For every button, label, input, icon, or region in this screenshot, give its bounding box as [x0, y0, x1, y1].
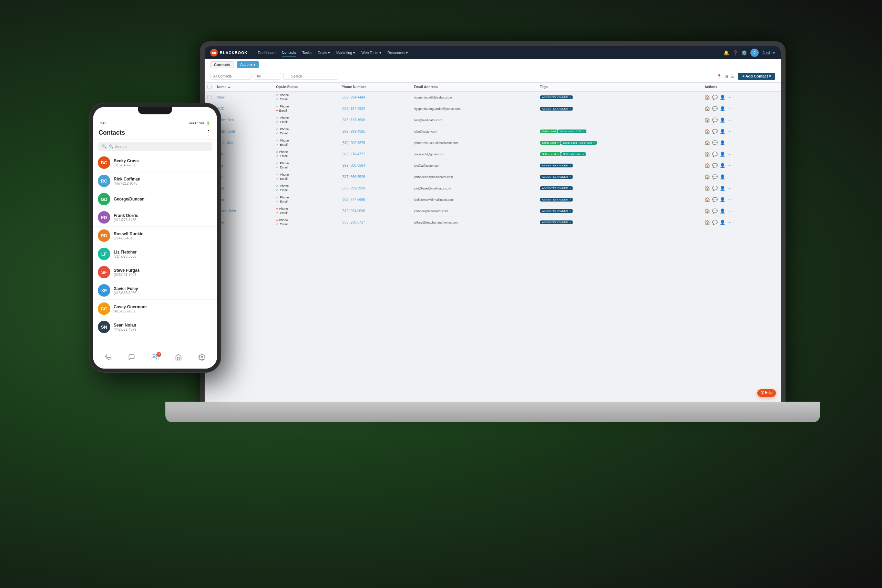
- table-row: View ✓Phone✓Email (808) 777-6666 joeflef…: [205, 194, 781, 205]
- home-icon[interactable]: 🏠: [705, 174, 710, 180]
- contact-item[interactable]: RD Russell Dunkin (714)66-4613: [93, 226, 217, 245]
- map-pin-icon[interactable]: 📍: [716, 74, 723, 80]
- chat-icon[interactable]: 💬: [712, 117, 718, 123]
- chat-icon[interactable]: 💬: [712, 152, 718, 157]
- header-email[interactable]: Email Address: [411, 82, 537, 91]
- user-avatar[interactable]: J: [750, 49, 759, 57]
- more-options-icon[interactable]: ⋮: [206, 129, 212, 136]
- phone-screen: 9:41 ●●●●○ WiFi 🔋 Contacts ⋮ 🔍 🔍 Search …: [93, 107, 217, 369]
- home-icon[interactable]: 🏠: [705, 152, 710, 157]
- contact-item[interactable]: SN Sean Nolan (442)572-4079: [93, 318, 217, 336]
- gear-icon[interactable]: ⚙️: [741, 50, 747, 56]
- more-icon[interactable]: ⋯: [727, 95, 732, 100]
- chat-icon[interactable]: 💬: [712, 186, 718, 191]
- home-icon[interactable]: 🏠: [705, 208, 710, 214]
- bell-icon[interactable]: 🔔: [723, 50, 729, 56]
- settings-tab[interactable]: [198, 354, 206, 361]
- chat-icon[interactable]: 💬: [712, 95, 718, 100]
- contact-item[interactable]: BC Becky Cross (916)643-2656: [93, 154, 217, 172]
- person-icon[interactable]: 👤: [720, 174, 725, 180]
- contact-view-link[interactable]: View: [217, 95, 225, 99]
- person-icon[interactable]: 👤: [720, 106, 725, 111]
- header-name[interactable]: Name ▲: [214, 82, 273, 91]
- home-tab[interactable]: [175, 354, 182, 361]
- phone-tab[interactable]: [105, 354, 112, 361]
- person-icon[interactable]: 👤: [720, 95, 725, 100]
- more-icon[interactable]: ⋯: [727, 129, 732, 134]
- person-icon[interactable]: 👤: [720, 140, 725, 146]
- add-contact-button[interactable]: + Add Contact ▾: [738, 73, 775, 80]
- actions-button[interactable]: Actions ▾: [237, 62, 259, 68]
- person-icon[interactable]: 👤: [720, 163, 725, 168]
- more-icon[interactable]: ⋯: [727, 220, 732, 225]
- list-view-icon[interactable]: ☰: [730, 74, 735, 80]
- chat-icon[interactable]: 💬: [712, 140, 718, 146]
- more-icon[interactable]: ⋯: [727, 106, 732, 111]
- more-icon[interactable]: ⋯: [727, 186, 732, 191]
- nav-resources[interactable]: Resources ▾: [388, 49, 408, 57]
- more-icon[interactable]: ⋯: [727, 140, 732, 146]
- home-icon[interactable]: 🏠: [705, 197, 710, 202]
- table-row: Erik ●Phone✓Email (382) 270-4777 oliver.…: [205, 148, 781, 160]
- header-optin[interactable]: Opt-In Status: [273, 82, 339, 91]
- filter-select[interactable]: [210, 73, 252, 80]
- home-icon[interactable]: 🏠: [705, 95, 710, 100]
- chat-icon[interactable]: 💬: [712, 106, 718, 111]
- chat-icon[interactable]: 💬: [712, 220, 718, 225]
- header-tags[interactable]: Tags: [537, 82, 688, 91]
- more-icon[interactable]: ⋯: [727, 117, 732, 123]
- nav-contacts[interactable]: Contacts: [282, 49, 296, 57]
- nav-deals[interactable]: Deals ▾: [318, 49, 330, 57]
- contact-item[interactable]: CG Casey Guermont (416)653-1066: [93, 300, 217, 318]
- help-button[interactable]: ⓘ Help: [757, 389, 776, 397]
- contacts-tab[interactable]: Contacts: [210, 62, 234, 68]
- person-icon[interactable]: 👤: [720, 129, 725, 134]
- more-icon[interactable]: ⋯: [727, 163, 732, 168]
- header-phone[interactable]: Phone Number: [339, 82, 411, 91]
- contacts-tab-mobile[interactable]: 21: [152, 353, 159, 361]
- more-icon[interactable]: ⋯: [727, 152, 732, 157]
- table-row: Hoe ✓Phone✓Email (877) 666-5528 jmfhaden…: [205, 171, 781, 183]
- grid-view-icon[interactable]: ⊞: [724, 74, 729, 80]
- contact-item[interactable]: FD Frank Dorris (412)773-1468: [93, 208, 217, 226]
- more-icon[interactable]: ⋯: [727, 174, 732, 180]
- person-icon[interactable]: 👤: [720, 208, 725, 214]
- user-menu-icon[interactable]: Josh ▾: [762, 50, 775, 56]
- chat-tab[interactable]: [128, 354, 135, 361]
- more-icon[interactable]: ⋯: [727, 208, 732, 214]
- nav-webtools[interactable]: Web Tools ▾: [362, 49, 381, 57]
- home-icon[interactable]: 🏠: [705, 163, 710, 168]
- person-icon[interactable]: 👤: [720, 197, 725, 202]
- nav-tasks[interactable]: Tasks: [302, 49, 312, 57]
- nav-dashboard[interactable]: Dashboard: [258, 49, 276, 57]
- phone-search[interactable]: 🔍 🔍 Search: [98, 142, 212, 151]
- contact-item[interactable]: LF Liz Fletcher (714)878-5566: [93, 245, 217, 263]
- chat-icon[interactable]: 💬: [712, 163, 718, 168]
- nav-marketing[interactable]: Marketing ▾: [336, 49, 355, 57]
- person-icon[interactable]: 👤: [720, 186, 725, 191]
- header-checkbox[interactable]: [205, 82, 214, 91]
- contact-item[interactable]: SF Steve Furgas (626)421-7004: [93, 263, 217, 281]
- chat-icon[interactable]: 💬: [712, 208, 718, 214]
- person-icon[interactable]: 👤: [720, 220, 725, 225]
- contact-item[interactable]: RC Rick Coffman (467)-212-9648: [93, 172, 217, 190]
- contact-item[interactable]: GD George/Duncan: [93, 190, 217, 208]
- home-icon[interactable]: 🏠: [705, 117, 710, 123]
- chat-icon[interactable]: 💬: [712, 197, 718, 202]
- search-input[interactable]: [283, 73, 338, 80]
- question-icon[interactable]: ❓: [732, 50, 738, 56]
- person-icon[interactable]: 👤: [720, 152, 725, 157]
- home-icon[interactable]: 🏠: [705, 140, 710, 146]
- home-icon[interactable]: 🏠: [705, 186, 710, 191]
- chat-icon[interactable]: 💬: [712, 174, 718, 180]
- home-icon[interactable]: 🏠: [705, 129, 710, 134]
- home-icon[interactable]: 🏠: [705, 106, 710, 111]
- filter-select-2[interactable]: [254, 73, 281, 80]
- chat-icon[interactable]: 💬: [712, 129, 718, 134]
- contact-sub: (416)653-1066: [114, 309, 212, 313]
- person-icon[interactable]: 👤: [720, 117, 725, 123]
- contact-item[interactable]: XF Xavier Foley (416)653-1066: [93, 281, 217, 300]
- home-icon[interactable]: 🏠: [705, 220, 710, 225]
- more-icon[interactable]: ⋯: [727, 197, 732, 202]
- contact-name: Rick Coffman: [114, 177, 212, 182]
